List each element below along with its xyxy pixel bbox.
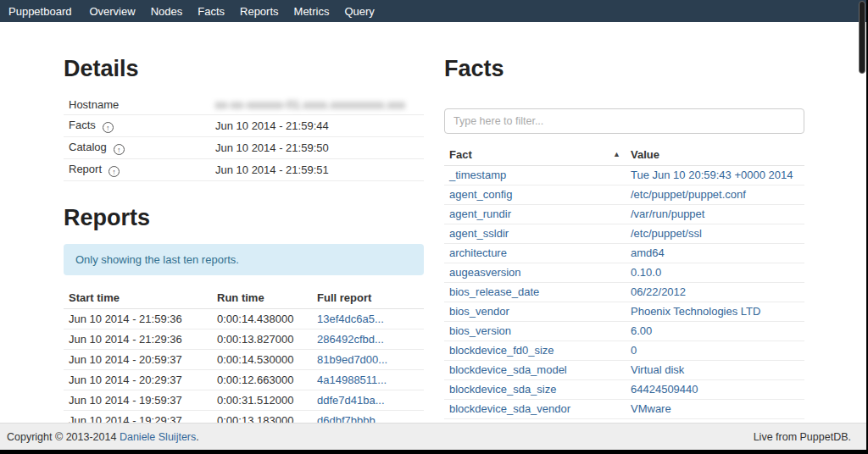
- fact-name-link[interactable]: bios_version: [449, 324, 511, 337]
- copyright-years: Copyright © 2013-2014: [7, 431, 116, 443]
- col-header-value[interactable]: Value: [626, 144, 804, 166]
- fact-value-link[interactable]: /var/run/puppet: [631, 208, 704, 220]
- report-hash-link[interactable]: 4a14988511...: [317, 374, 387, 386]
- fact-row: bios_release_date 06/22/2012: [444, 283, 804, 302]
- facts-table: Fact ▲ Value _timestamp Tue Jun 10 20:59…: [444, 144, 804, 454]
- report-start-time: Jun 10 2014 - 20:29:37: [64, 370, 212, 390]
- detail-label: Facts: [69, 119, 96, 131]
- main-content: Details Hostname xx-xx-xxxxxx-01.xxxx.xx…: [64, 22, 804, 454]
- report-start-time: Jun 10 2014 - 21:59:36: [64, 309, 212, 329]
- nav-item-reports[interactable]: Reports: [232, 0, 287, 22]
- detail-timestamp: Jun 10 2014 - 21:59:50: [210, 137, 424, 159]
- nav-item-facts[interactable]: Facts: [190, 0, 232, 22]
- fact-value-link[interactable]: Virtual disk: [631, 363, 684, 376]
- report-hash-link[interactable]: 286492cfbd...: [317, 333, 384, 346]
- fact-name-link[interactable]: blockdevice_sda_vendor: [449, 402, 570, 415]
- fact-row: blockdevice_sda_vendor VMware: [444, 400, 804, 419]
- fact-row: blockdevice_sda_model Virtual disk: [444, 361, 804, 380]
- fact-name-link[interactable]: agent_ssldir: [449, 227, 509, 240]
- report-row: Jun 10 2014 - 21:29:36 0:00:13.827000 28…: [64, 329, 424, 350]
- fact-value-link[interactable]: 0: [631, 344, 637, 357]
- node-details-table: Hostname xx-xx-xxxxxx-01.xxxx.xxxxxxxxx.…: [64, 95, 424, 181]
- nav-item-query[interactable]: Query: [337, 0, 381, 22]
- hostname-value-redacted: xx-xx-xxxxxx-01.xxxx.xxxxxxxxx.xxx: [215, 98, 405, 111]
- fact-value-link[interactable]: Tue Jun 10 20:59:43 +0000 2014: [631, 169, 793, 181]
- fact-row: agent_rundir /var/run/puppet: [444, 205, 804, 224]
- fact-value-link[interactable]: /etc/puppet/puppet.conf: [631, 188, 746, 201]
- nav-item-nodes[interactable]: Nodes: [143, 0, 191, 22]
- detail-row: Report↑ Jun 10 2014 - 21:59:51: [64, 159, 424, 181]
- fact-value-link[interactable]: VMware: [631, 402, 671, 415]
- hostname-label: Hostname: [64, 95, 210, 115]
- fact-name-link[interactable]: agent_rundir: [449, 208, 511, 220]
- fact-value-link[interactable]: 06/22/2012: [631, 285, 686, 298]
- author-link[interactable]: Daniele Sluijters: [120, 431, 196, 443]
- report-row: Jun 10 2014 - 19:59:37 0:00:31.512000 dd…: [64, 390, 424, 411]
- report-row: Jun 10 2014 - 21:59:36 0:00:14.438000 13…: [64, 309, 424, 329]
- col-header-fact[interactable]: Fact ▲: [444, 144, 626, 166]
- report-start-time: Jun 10 2014 - 20:59:37: [64, 350, 212, 370]
- fact-name-link[interactable]: blockdevice_sda_size: [449, 383, 556, 396]
- fact-name-link[interactable]: agent_config: [449, 188, 512, 201]
- fact-row: agent_ssldir /etc/puppet/ssl: [444, 224, 804, 244]
- fact-name-link[interactable]: bios_release_date: [449, 285, 539, 298]
- detail-row-hostname: Hostname xx-xx-xxxxxx-01.xxxx.xxxxxxxxx.…: [64, 95, 424, 115]
- sort-ascending-icon: ▲: [613, 150, 620, 158]
- report-hash-link[interactable]: ddfe7d41ba...: [317, 394, 385, 407]
- report-row: Jun 10 2014 - 20:29:37 0:00:12.663000 4a…: [64, 370, 424, 390]
- nav-item-overview[interactable]: Overview: [81, 0, 142, 22]
- fact-value-link[interactable]: 6.00: [631, 324, 652, 337]
- fact-value-link[interactable]: Phoenix Technologies LTD: [631, 305, 760, 318]
- fact-row: augeasversion 0.10.0: [444, 263, 804, 283]
- fact-row: blockdevice_sda_size 64424509440: [444, 380, 804, 400]
- fact-name-link[interactable]: blockdevice_sda_model: [449, 363, 567, 376]
- window-bottom-edge: [0, 450, 868, 454]
- report-start-time: Jun 10 2014 - 19:59:37: [64, 390, 212, 411]
- facts-filter-input[interactable]: [444, 108, 804, 134]
- report-run-time: 0:00:31.512000: [212, 390, 312, 411]
- copyright-period: .: [196, 431, 198, 443]
- col-header-start-time: Start time: [64, 287, 212, 309]
- detail-row: Catalog↑ Jun 10 2014 - 21:59:50: [64, 137, 424, 159]
- facts-title: Facts: [444, 56, 804, 81]
- reports-info-alert: Only showing the last ten reports.: [64, 244, 424, 275]
- fact-row: _timestamp Tue Jun 10 20:59:43 +0000 201…: [444, 166, 804, 185]
- fact-row: bios_version 6.00: [444, 322, 804, 341]
- report-hash-link[interactable]: 13ef4dc6a5...: [317, 313, 384, 325]
- fact-name-link[interactable]: bios_vendor: [449, 305, 509, 318]
- report-run-time: 0:00:12.663000: [212, 370, 312, 390]
- detail-row: Facts↑ Jun 10 2014 - 21:59:44: [64, 115, 424, 137]
- page-footer: Copyright © 2013-2014 Daniele Sluijters.…: [0, 423, 866, 450]
- fact-value-link[interactable]: 64424509440: [631, 383, 698, 396]
- report-start-time: Jun 10 2014 - 21:29:36: [64, 329, 212, 350]
- facts-column: Facts Fact ▲ Value _timestamp Tue Jun 10…: [434, 22, 804, 454]
- fact-name-link[interactable]: blockdevice_fd0_size: [449, 344, 554, 357]
- fact-value-link[interactable]: amd64: [631, 246, 665, 259]
- scrollbar-thumb[interactable]: [859, 1, 865, 74]
- fact-name-link[interactable]: augeasversion: [449, 266, 521, 279]
- fact-name-link[interactable]: architecture: [449, 246, 507, 259]
- timeago-icon[interactable]: ↑: [114, 144, 125, 155]
- top-navbar: Puppetboard Overview Nodes Facts Reports…: [0, 0, 868, 22]
- report-hash-link[interactable]: 81b9ed7d00...: [317, 353, 387, 366]
- report-run-time: 0:00:13.827000: [212, 329, 312, 350]
- details-reports-column: Details Hostname xx-xx-xxxxxx-01.xxxx.xx…: [64, 22, 434, 454]
- puppetdb-status-text: Live from PuppetDB.: [754, 431, 851, 443]
- detail-timestamp: Jun 10 2014 - 21:59:44: [210, 115, 424, 137]
- report-row: Jun 10 2014 - 20:59:37 0:00:14.530000 81…: [64, 350, 424, 370]
- details-title: Details: [64, 56, 424, 81]
- nav-item-metrics[interactable]: Metrics: [287, 0, 337, 22]
- timeago-icon[interactable]: ↑: [103, 122, 114, 133]
- navbar-brand[interactable]: Puppetboard: [2, 0, 81, 22]
- report-run-time: 0:00:14.438000: [212, 309, 312, 329]
- reports-title: Reports: [64, 205, 424, 230]
- fact-value-link[interactable]: 0.10.0: [631, 266, 661, 279]
- detail-label: Report: [69, 163, 102, 175]
- detail-label: Catalog: [69, 141, 107, 153]
- fact-value-link[interactable]: /etc/puppet/ssl: [631, 227, 702, 240]
- fact-header-label: Fact: [449, 148, 472, 161]
- copyright-text: Copyright © 2013-2014 Daniele Sluijters.: [7, 431, 199, 443]
- fact-name-link[interactable]: _timestamp: [449, 169, 506, 181]
- fact-row: agent_config /etc/puppet/puppet.conf: [444, 185, 804, 205]
- timeago-icon[interactable]: ↑: [108, 166, 120, 177]
